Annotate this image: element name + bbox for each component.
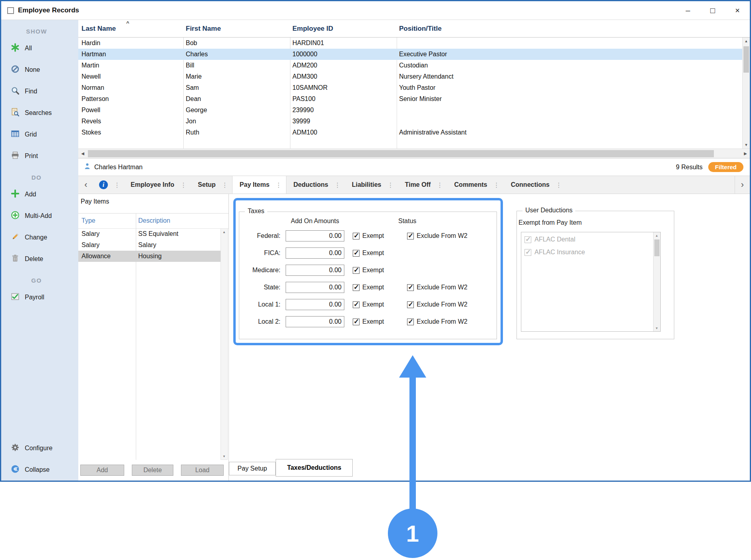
sidebar-item-payroll[interactable]: Payroll [1,287,78,308]
scroll-up-icon[interactable]: ▲ [654,232,660,239]
pay-item-add-button[interactable]: Add [80,465,124,476]
sidebar-item-configure[interactable]: Configure [1,437,78,459]
tab-time-off[interactable]: Time Off ⋮ [397,176,447,194]
sidebar-item-all[interactable]: All [1,38,78,59]
tab-menu-dots[interactable]: ⋮ [276,181,282,189]
table-row[interactable]: Patterson Dean PAS100 Senior Minister [78,93,750,105]
sidebar-item-print[interactable]: Print [1,145,78,167]
tab-comments[interactable]: Comments ⋮ [447,176,504,194]
scroll-up-icon[interactable]: ▲ [743,38,750,45]
local2-exclude-w2-checkbox[interactable]: Exclude From W2 [407,315,467,328]
tab-setup[interactable]: Setup ⋮ [191,176,232,194]
pay-items-panel-title: Pay Items [81,198,109,205]
scrollbar-thumb[interactable] [654,239,660,256]
federal-addon-input[interactable] [286,230,344,241]
local1-exclude-w2-checkbox[interactable]: Exclude From W2 [407,298,467,311]
subtab-taxes-deductions[interactable]: Taxes/Deductions [276,459,353,477]
cell-position [397,38,750,49]
minimize-button[interactable]: – [676,1,700,20]
table-row-selected[interactable]: Hartman Charles 1000000 Executive Pastor [78,49,750,60]
tab-menu-dots[interactable]: ⋮ [556,181,562,189]
federal-exclude-w2-checkbox[interactable]: Exclude From W2 [407,230,467,242]
list-item[interactable]: Salary Salary [78,239,221,251]
maximize-button[interactable]: □ [700,1,725,20]
tab-menu-dots[interactable]: ⋮ [180,181,187,189]
tab-menu-dots[interactable]: ⋮ [114,181,120,189]
local1-exempt-checkbox[interactable]: Exempt [353,298,384,311]
table-row[interactable]: Stokes Ruth ADM100 Administrative Assist… [78,127,750,138]
tab-menu-dots[interactable]: ⋮ [493,181,500,189]
tab-menu-dots[interactable]: ⋮ [387,181,393,189]
sidebar-item-change[interactable]: Change [1,227,78,248]
sidebar-item-collapse[interactable]: Collapse [1,459,78,481]
close-button[interactable]: × [725,1,750,20]
sidebar-item-none[interactable]: None [1,59,78,81]
sidebar-item-searches[interactable]: Searches [1,102,78,124]
table-row[interactable]: Martin Bill ADM200 Custodian [78,60,750,71]
tab-info[interactable]: i ⋮ [93,176,123,194]
cell-position: Administrative Assistant [397,127,750,138]
column-header-type[interactable]: Type [78,217,136,224]
column-header-position-title[interactable]: Position/Title [397,25,750,33]
tab-connections[interactable]: Connections ⋮ [504,176,566,194]
gear-icon [11,443,20,453]
user-deductions-listbox[interactable]: AFLAC Dental AFLAC Insurance ▲ ▼ [521,232,661,332]
local1-addon-input[interactable] [286,299,344,310]
table-row[interactable]: Revels Jon 39999 [78,116,750,127]
state-addon-input[interactable] [286,282,344,293]
sidebar-item-find[interactable]: Find [1,81,78,102]
medicare-addon-input[interactable] [286,265,344,276]
scroll-right-icon[interactable]: ▶ [741,149,750,158]
table-row[interactable]: Norman Sam 10SAMNOR Youth Pastor [78,82,750,93]
state-exclude-w2-checkbox[interactable]: Exclude From W2 [407,281,467,294]
sidebar-item-label: Print [25,152,38,160]
filtered-badge[interactable]: Filtered [708,162,743,172]
fica-addon-input[interactable] [286,247,344,259]
column-header-employee-id[interactable]: Employee ID [290,25,397,33]
tab-label: Setup [198,181,215,188]
local2-addon-input[interactable] [286,316,344,327]
cell-employee-id: 239990 [290,105,397,116]
state-exempt-checkbox[interactable]: Exempt [353,281,384,294]
sidebar-item-delete[interactable]: Delete [1,248,78,270]
scroll-down-icon[interactable]: ▼ [743,141,750,148]
scroll-down-icon[interactable]: ▼ [221,453,227,459]
sidebar-item-multi-add[interactable]: Multi-Add [1,205,78,227]
sidebar-item-add[interactable]: Add [1,184,78,205]
pay-item-load-button[interactable]: Load [181,465,224,476]
sidebar-item-grid[interactable]: Grid [1,124,78,145]
tab-menu-dots[interactable]: ⋮ [437,181,443,189]
scroll-up-icon[interactable]: ▲ [221,229,227,235]
column-header-description[interactable]: Description [136,217,221,224]
list-item[interactable]: Salary SS Equivalent [78,228,221,239]
medicare-exempt-checkbox[interactable]: Exempt [353,264,384,277]
user-deductions-scrollbar[interactable]: ▲ ▼ [653,232,660,331]
column-header-last-name[interactable]: Last Name [78,25,183,33]
scroll-down-icon[interactable]: ▼ [654,325,660,331]
pay-item-delete-button[interactable]: Delete [132,465,173,476]
vertical-scrollbar[interactable]: ▲ ▼ [742,38,750,148]
column-header-first-name[interactable]: First Name [183,25,290,33]
local2-exempt-checkbox[interactable]: Exempt [353,315,384,328]
tab-deductions[interactable]: Deductions ⋮ [286,176,345,194]
list-item-selected[interactable]: Allowance Housing [78,251,221,262]
tab-employee-info[interactable]: Employee Info ⋮ [123,176,191,194]
table-row[interactable]: Powell George 239990 [78,105,750,116]
table-row[interactable]: Newell Marie ADM300 Nursery Attendanct [78,71,750,82]
tab-pay-items[interactable]: Pay Items ⋮ [232,176,286,194]
horizontal-scrollbar[interactable]: ◀ ▶ [78,148,750,158]
tab-liabilities[interactable]: Liabilities ⋮ [345,176,398,194]
tabs-scroll-right-button[interactable]: › [735,176,750,194]
printer-icon [11,151,20,161]
table-row[interactable]: Hardin Bob HARDIN01 [78,38,750,49]
tab-menu-dots[interactable]: ⋮ [334,181,341,189]
subtab-pay-setup[interactable]: Pay Setup [229,462,276,475]
scrollbar-thumb[interactable] [88,150,714,157]
federal-exempt-checkbox[interactable]: Exempt [353,230,384,242]
scrollbar-thumb[interactable] [743,46,749,73]
scroll-left-icon[interactable]: ◀ [78,149,87,158]
pay-items-scrollbar[interactable]: ▲ ▼ [221,228,228,460]
tabs-scroll-left-button[interactable]: ‹ [78,176,93,194]
fica-exempt-checkbox[interactable]: Exempt [353,247,384,259]
tab-menu-dots[interactable]: ⋮ [222,181,228,189]
